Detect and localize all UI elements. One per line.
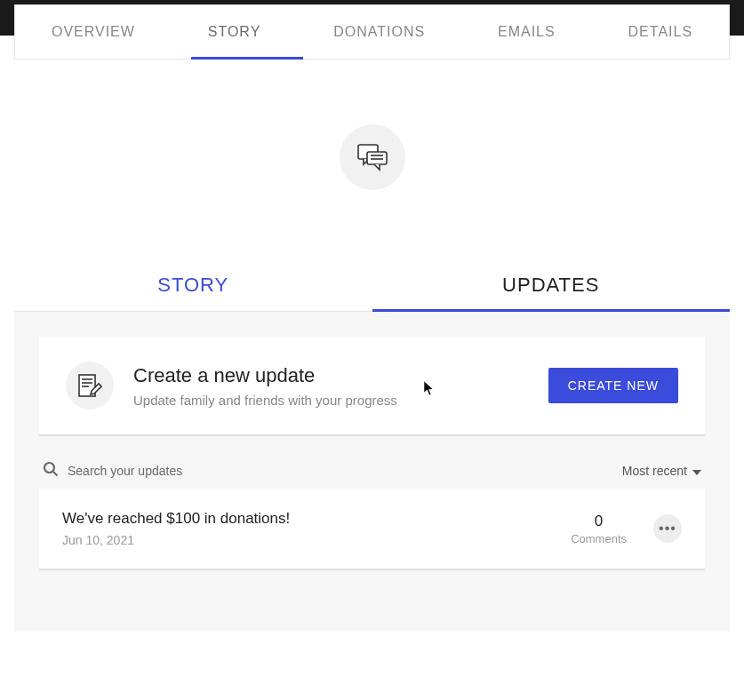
update-comments-count: 0	[571, 513, 627, 530]
chat-bubbles-icon	[340, 124, 405, 190]
updates-panel: Create a new update Update family and fr…	[14, 312, 730, 632]
svg-rect-1	[367, 152, 387, 164]
subtab-updates[interactable]: UPDATES	[372, 261, 731, 312]
search-updates[interactable]	[43, 461, 245, 480]
search-sort-row: Most recent	[39, 461, 705, 489]
subtab-story[interactable]: STORY	[14, 261, 372, 311]
update-item-main: We've reached $100 in donations! Jun 10,…	[62, 510, 290, 547]
tab-overview[interactable]: OVERVIEW	[44, 5, 142, 59]
update-item-date: Jun 10, 2021	[62, 533, 290, 547]
document-edit-icon	[66, 362, 114, 410]
search-input[interactable]	[68, 464, 245, 478]
create-update-subtitle: Update family and friends with your prog…	[133, 393, 529, 408]
update-item-meta: 0 Comments •••	[571, 513, 682, 545]
update-more-button[interactable]: •••	[653, 514, 682, 543]
update-item-title: We've reached $100 in donations!	[62, 510, 290, 528]
svg-point-8	[44, 463, 54, 473]
update-item[interactable]: We've reached $100 in donations! Jun 10,…	[39, 489, 705, 570]
update-comments-label: Comments	[571, 532, 627, 545]
tab-donations[interactable]: DONATIONS	[326, 5, 432, 59]
tab-emails[interactable]: EMAILS	[491, 5, 563, 59]
search-icon	[43, 461, 59, 480]
sort-dropdown[interactable]: Most recent	[622, 464, 701, 478]
tab-story[interactable]: STORY	[201, 5, 268, 59]
more-horizontal-icon: •••	[659, 521, 676, 537]
hero-icon-section	[0, 124, 744, 190]
create-update-title: Create a new update	[133, 364, 529, 387]
main-nav: OVERVIEW STORY DONATIONS EMAILS DETAILS	[14, 4, 730, 60]
sort-label: Most recent	[622, 464, 687, 478]
tab-details[interactable]: DETAILS	[621, 5, 700, 59]
active-tab-indicator	[191, 57, 303, 60]
chevron-down-icon	[692, 464, 701, 478]
create-update-text: Create a new update Update family and fr…	[133, 364, 529, 408]
svg-line-9	[53, 472, 58, 476]
create-new-button[interactable]: CREATE NEW	[548, 368, 678, 403]
update-comments: 0 Comments	[571, 513, 627, 545]
create-update-card: Create a new update Update family and fr…	[39, 337, 705, 436]
sub-tab-bar: STORY UPDATES	[14, 261, 730, 312]
